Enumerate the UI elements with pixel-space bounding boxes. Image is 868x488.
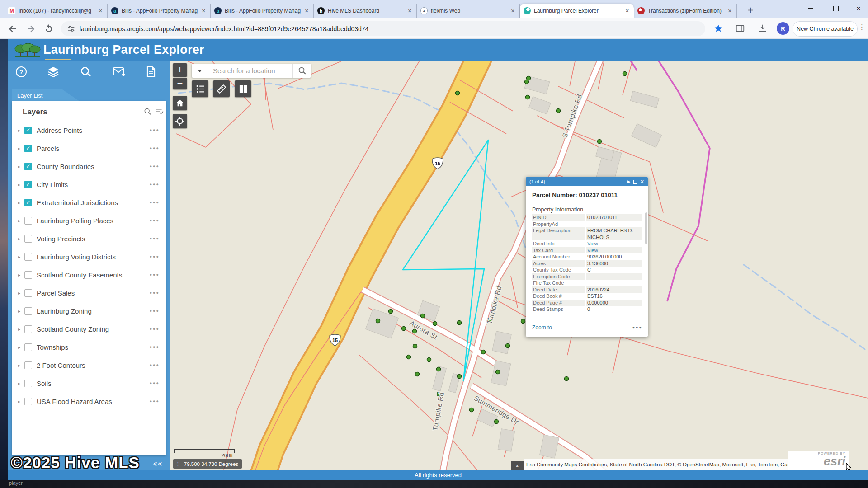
browser-tab[interactable]: Inbox (107) - randymccalljr@g✕	[5, 4, 108, 18]
layer-menu-icon[interactable]: ●●●	[150, 327, 166, 331]
forward-button[interactable]	[25, 23, 36, 34]
layer-checkbox[interactable]: ✓	[24, 181, 32, 188]
tab-close-icon[interactable]: ✕	[304, 7, 310, 15]
view-link[interactable]: View	[586, 240, 642, 247]
layers-filter-icon[interactable]	[156, 108, 164, 115]
layer-checkbox[interactable]: ✓	[24, 127, 32, 134]
tab-close-icon[interactable]: ✕	[510, 7, 516, 15]
search-tool-icon[interactable]	[80, 66, 92, 78]
tab-close-icon[interactable]: ✕	[727, 7, 733, 15]
popup-menu-icon[interactable]: ●●●	[632, 325, 642, 330]
basemap-gallery-button[interactable]	[235, 80, 251, 97]
layer-menu-icon[interactable]: ●●●	[150, 128, 166, 132]
chrome-update-button[interactable]: New Chrome available	[793, 21, 858, 37]
new-tab-button[interactable]: +	[745, 5, 756, 15]
layer-menu-icon[interactable]: ●●●	[150, 345, 166, 349]
layer-menu-icon[interactable]: ●●●	[150, 200, 166, 205]
expand-arrow-icon[interactable]: ▸	[18, 291, 24, 296]
sidebar-collapse-icon[interactable]: ««	[153, 459, 162, 468]
expand-arrow-icon[interactable]: ▸	[18, 363, 24, 368]
bookmark-star-icon[interactable]	[713, 23, 723, 33]
layer-menu-icon[interactable]: ●●●	[150, 309, 166, 313]
search-input[interactable]	[208, 67, 292, 75]
layer-checkbox[interactable]	[24, 380, 32, 387]
tab-close-icon[interactable]: ✕	[98, 7, 104, 15]
view-link[interactable]: View	[586, 247, 642, 254]
layer-checkbox[interactable]	[24, 253, 32, 261]
expand-arrow-icon[interactable]: ▸	[18, 327, 24, 332]
layer-menu-icon[interactable]: ●●●	[150, 363, 166, 367]
measure-button[interactable]	[213, 80, 230, 97]
layer-checkbox[interactable]	[24, 271, 32, 279]
expand-arrow-icon[interactable]: ▸	[18, 254, 24, 259]
expand-arrow-icon[interactable]: ▸	[18, 399, 24, 404]
layer-checkbox[interactable]	[24, 235, 32, 243]
layer-menu-icon[interactable]: ●●●	[150, 399, 166, 404]
layer-checkbox[interactable]	[24, 307, 32, 315]
expand-arrow-icon[interactable]: ▸	[18, 218, 24, 223]
expand-arrow-icon[interactable]: ▸	[18, 309, 24, 314]
browser-tab[interactable]: Hive MLS Dashboard✕	[314, 4, 417, 18]
expand-arrow-icon[interactable]: ▸	[18, 272, 24, 277]
popup-header[interactable]: (1 of 4) ▶ ✕	[526, 177, 648, 186]
browser-tab[interactable]: Bills - AppFolio Property Manag✕	[108, 4, 211, 18]
layer-menu-icon[interactable]: ●●●	[150, 164, 166, 169]
layers-search-icon[interactable]	[144, 108, 151, 115]
expand-arrow-icon[interactable]: ▸	[18, 200, 24, 205]
layer-menu-icon[interactable]: ●●●	[150, 254, 166, 259]
report-document-icon[interactable]	[146, 66, 157, 78]
browser-menu-icon[interactable]: ⋮	[859, 23, 865, 31]
layer-checkbox[interactable]: ✓	[24, 163, 32, 170]
reload-button[interactable]	[43, 23, 54, 34]
search-submit-icon[interactable]	[292, 64, 311, 78]
home-extent-button[interactable]	[173, 96, 187, 110]
layer-checkbox[interactable]: ✓	[24, 199, 32, 206]
back-button[interactable]	[7, 23, 18, 34]
browser-tab[interactable]: flexmls Web✕	[417, 4, 520, 18]
map-canvas[interactable]: Aurora St Turnpike Rd Turnpike Rd S Turn…	[170, 61, 868, 470]
tab-close-icon[interactable]: ✕	[624, 7, 630, 15]
layers-icon[interactable]	[47, 66, 59, 78]
layer-menu-icon[interactable]: ●●●	[150, 146, 166, 150]
zoom-to-link[interactable]: Zoom to	[532, 324, 632, 331]
mail-export-icon[interactable]	[113, 66, 124, 78]
window-minimize-button[interactable]	[806, 4, 816, 14]
my-location-button[interactable]	[173, 114, 187, 128]
browser-tab[interactable]: Laurinburg Parcel Explorer✕	[520, 4, 634, 18]
legend-button[interactable]	[192, 80, 208, 97]
popup-maximize-icon[interactable]	[633, 180, 637, 184]
expand-arrow-icon[interactable]: ▸	[18, 236, 24, 241]
layer-checkbox[interactable]	[24, 343, 32, 351]
window-maximize-button[interactable]	[831, 4, 841, 14]
browser-tab[interactable]: Bills - AppFolio Property Manag✕	[211, 4, 314, 18]
layer-menu-icon[interactable]: ●●●	[150, 236, 166, 241]
zoom-in-button[interactable]: +	[173, 63, 187, 77]
address-bar[interactable]: laurinburg.maps.arcgis.com/apps/webappvi…	[61, 21, 705, 36]
tab-close-icon[interactable]: ✕	[407, 7, 413, 15]
zoom-out-button[interactable]: −	[173, 78, 187, 89]
expand-arrow-icon[interactable]: ▸	[18, 345, 24, 350]
window-close-button[interactable]: ✕	[854, 4, 863, 14]
layer-checkbox[interactable]	[24, 398, 32, 405]
layer-menu-icon[interactable]: ●●●	[150, 291, 166, 295]
search-source-dropdown[interactable]	[192, 64, 208, 78]
tab-close-icon[interactable]: ✕	[201, 7, 207, 15]
expand-arrow-icon[interactable]: ▸	[18, 164, 24, 169]
profile-avatar[interactable]: R	[777, 22, 789, 35]
popup-close-icon[interactable]: ✕	[640, 179, 644, 185]
help-icon[interactable]: ?	[15, 66, 27, 78]
layer-menu-icon[interactable]: ●●●	[150, 272, 166, 277]
download-icon[interactable]	[758, 23, 768, 33]
layer-checkbox[interactable]	[24, 217, 32, 225]
layer-checkbox[interactable]	[24, 325, 32, 333]
attribution-expand-icon[interactable]: ▲	[511, 461, 524, 470]
layer-checkbox[interactable]	[24, 289, 32, 297]
layer-menu-icon[interactable]: ●●●	[150, 218, 166, 223]
expand-arrow-icon[interactable]: ▸	[18, 182, 24, 187]
layer-menu-icon[interactable]: ●●●	[150, 182, 166, 187]
crosshair-icon[interactable]: ⊹	[173, 461, 182, 467]
popup-scrollbar[interactable]	[645, 212, 647, 244]
popup-next-icon[interactable]: ▶	[627, 179, 631, 184]
layer-checkbox[interactable]	[24, 361, 32, 369]
expand-arrow-icon[interactable]: ▸	[18, 381, 24, 386]
